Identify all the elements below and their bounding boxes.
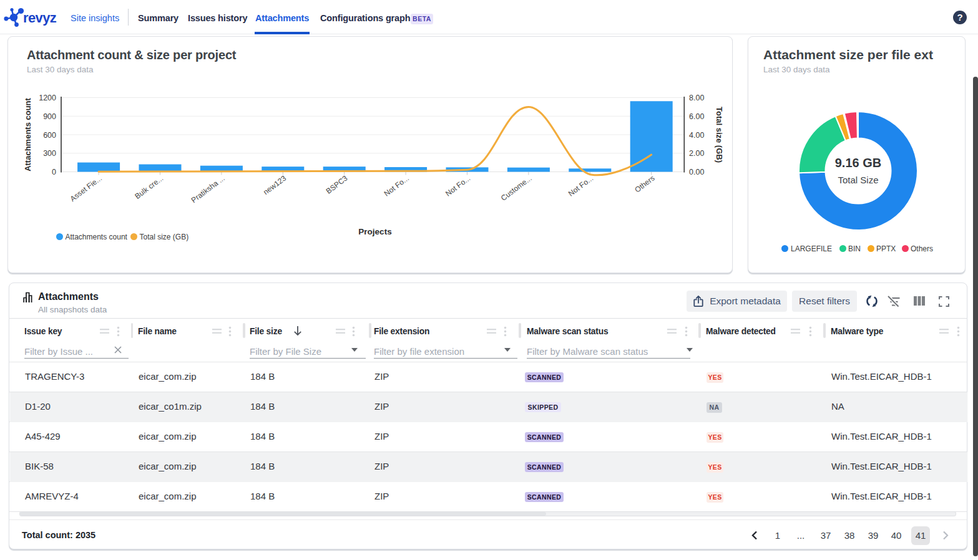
svg-text:8.00: 8.00 bbox=[689, 94, 704, 102]
svg-text:Attachments count: Attachments count bbox=[66, 233, 128, 241]
svg-text:new123: new123 bbox=[262, 174, 288, 197]
svg-text:Not Fo...: Not Fo... bbox=[444, 174, 472, 198]
svg-text:Total size (GB): Total size (GB) bbox=[715, 107, 724, 163]
svg-text:300: 300 bbox=[43, 149, 56, 158]
svg-text:Others: Others bbox=[633, 174, 656, 195]
svg-text:1200: 1200 bbox=[39, 94, 56, 102]
svg-text:0.00: 0.00 bbox=[689, 168, 704, 176]
svg-text:Not Fo...: Not Fo... bbox=[383, 174, 411, 198]
svg-text:Total size (GB): Total size (GB) bbox=[140, 233, 189, 241]
svg-text:4.00: 4.00 bbox=[689, 131, 704, 140]
svg-text:Custome...: Custome... bbox=[499, 174, 534, 203]
svg-text:600: 600 bbox=[43, 131, 56, 140]
svg-text:2.00: 2.00 bbox=[689, 149, 704, 158]
svg-text:9.16 GB: 9.16 GB bbox=[835, 156, 881, 170]
svg-text:Asset Fie...: Asset Fie... bbox=[69, 174, 104, 203]
svg-text:Pratiksha ...: Pratiksha ... bbox=[190, 174, 227, 205]
svg-text:BSPC3: BSPC3 bbox=[325, 174, 350, 196]
svg-text:6.00: 6.00 bbox=[689, 112, 704, 121]
svg-text:Not Fo...: Not Fo... bbox=[567, 174, 595, 198]
svg-text:Bulk cre...: Bulk cre... bbox=[133, 174, 165, 201]
svg-text:0: 0 bbox=[52, 168, 56, 176]
svg-text:Attachments count: Attachments count bbox=[23, 97, 32, 171]
svg-text:900: 900 bbox=[43, 112, 56, 121]
svg-text:Total Size: Total Size bbox=[838, 175, 878, 185]
svg-text:Projects: Projects bbox=[358, 227, 391, 236]
